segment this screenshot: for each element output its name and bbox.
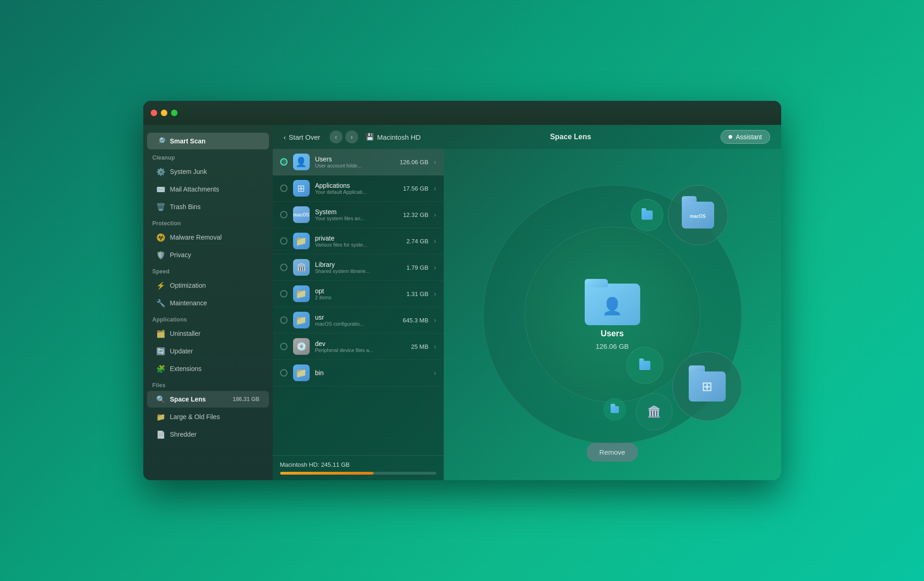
- file-name-opt: opt: [315, 287, 401, 295]
- file-row-library[interactable]: 🏛️ Library Shared system librarie... 1.7…: [273, 254, 444, 281]
- sidebar-item-label: Large & Old Files: [170, 413, 220, 420]
- extensions-icon: 🧩: [156, 364, 165, 373]
- file-size-applications: 17.56 GB: [403, 185, 428, 192]
- tiny-bubble-1[interactable]: [603, 398, 626, 421]
- small-folder-bubble-2[interactable]: [626, 347, 663, 384]
- sidebar-item-space-lens[interactable]: 🔍 Space Lens 186.31 GB: [147, 391, 269, 408]
- file-name-applications: Applications: [315, 182, 398, 189]
- sidebar-item-label: Uninstaller: [170, 330, 201, 337]
- maximize-button[interactable]: [171, 110, 177, 116]
- traffic-lights: [151, 110, 177, 116]
- file-size-private: 2.74 GB: [406, 238, 428, 245]
- section-label-files: Files: [143, 377, 273, 390]
- main-header: ‹ Start Over ‹ › 💾 Macintosh HD Space Le…: [273, 125, 781, 149]
- malware-icon: ☣️: [156, 233, 165, 242]
- small-folder-bubble-1[interactable]: [631, 199, 663, 231]
- file-row-dev[interactable]: 💿 dev Peripheral device files a... 25 MB…: [273, 334, 444, 360]
- file-row-users[interactable]: 👤 Users User account folde... 126.06 GB …: [273, 149, 444, 175]
- file-size-users: 126.06 GB: [400, 159, 428, 166]
- sidebar-item-trash-bins[interactable]: 🗑️ Trash Bins: [147, 198, 269, 215]
- back-nav-button[interactable]: ‹: [330, 130, 343, 143]
- section-label-applications: Applications: [143, 312, 273, 325]
- close-button[interactable]: [151, 110, 157, 116]
- sidebar-item-shredder[interactable]: 📄 Shredder: [147, 426, 269, 443]
- center-folder: 👤 Users 126.06 GB: [585, 279, 640, 350]
- space-lens-size: 186.31 GB: [233, 396, 259, 402]
- sidebar-item-extensions[interactable]: 🧩 Extensions: [147, 360, 269, 377]
- window-body: 🔎 Smart Scan Cleanup ⚙️ System Junk ✉️ M…: [143, 125, 781, 480]
- file-row-usr[interactable]: 📁 usr macOS configuratio... 645.3 MB ›: [273, 307, 444, 334]
- macos-bubble[interactable]: macOS: [668, 185, 728, 245]
- file-row-opt[interactable]: 📁 opt 2 items 1.31 GB ›: [273, 281, 444, 307]
- file-row-bin[interactable]: 📁 bin ›: [273, 360, 444, 386]
- forward-nav-button[interactable]: ›: [345, 130, 358, 143]
- start-over-label: Start Over: [289, 133, 320, 141]
- sidebar-item-maintenance[interactable]: 🔧 Maintenance: [147, 295, 269, 311]
- main-content: ‹ Start Over ‹ › 💾 Macintosh HD Space Le…: [273, 125, 781, 480]
- file-select-dev[interactable]: [280, 343, 288, 350]
- uninstaller-icon: 🗂️: [156, 329, 165, 338]
- file-list: 👤 Users User account folde... 126.06 GB …: [273, 149, 444, 455]
- file-info-system: System Your system files an...: [315, 208, 398, 221]
- chevron-icon-dev: ›: [434, 343, 436, 350]
- sidebar-item-system-junk[interactable]: ⚙️ System Junk: [147, 163, 269, 180]
- file-select-usr[interactable]: [280, 316, 288, 324]
- smart-scan-label: Smart Scan: [170, 137, 206, 145]
- sidebar-item-label: Optimization: [170, 282, 206, 289]
- disk-icon: 💾: [366, 133, 374, 141]
- hd-label: Macintosh HD:: [280, 461, 321, 468]
- file-select-library[interactable]: [280, 264, 288, 271]
- updater-icon: 🔄: [156, 346, 165, 356]
- folder-icon-usr: 📁: [293, 312, 310, 328]
- apps-bubble[interactable]: ⊞: [673, 352, 742, 421]
- folder-icon-system: macOS: [293, 206, 310, 223]
- center-folder-icon: 👤: [585, 279, 640, 325]
- file-select-system[interactable]: [280, 211, 288, 218]
- sidebar-item-label: Maintenance: [170, 299, 207, 307]
- file-select-private[interactable]: [280, 237, 288, 245]
- person-icon: 👤: [602, 297, 623, 316]
- file-select-applications[interactable]: [280, 185, 288, 192]
- sidebar-item-smart-scan[interactable]: 🔎 Smart Scan: [147, 133, 269, 149]
- file-select-users[interactable]: [280, 158, 288, 166]
- center-folder-size: 126.06 GB: [596, 342, 629, 350]
- chevron-icon-private: ›: [434, 237, 436, 245]
- sidebar-item-optimization[interactable]: ⚡ Optimization: [147, 277, 269, 294]
- file-size-dev: 25 MB: [411, 343, 428, 350]
- sidebar-item-mail-attachments[interactable]: ✉️ Mail Attachments: [147, 181, 269, 198]
- visualization-panel: 👤 Users 126.06 GB macOS: [444, 149, 781, 480]
- minimize-button[interactable]: [161, 110, 167, 116]
- sidebar-item-label: Malware Removal: [170, 234, 222, 241]
- file-select-bin[interactable]: [280, 369, 288, 377]
- progress-bar: [280, 472, 436, 475]
- file-list-footer: Macintosh HD: 245.11 GB: [273, 455, 444, 480]
- app-window: 🔎 Smart Scan Cleanup ⚙️ System Junk ✉️ M…: [143, 101, 781, 480]
- remove-button[interactable]: Remove: [587, 443, 638, 462]
- file-size-library: 1.79 GB: [406, 264, 428, 271]
- file-row-private[interactable]: 📁 private Various files for syste... 2.7…: [273, 228, 444, 254]
- file-size-usr: 645.3 MB: [403, 317, 428, 324]
- back-chevron-icon: ‹: [284, 133, 286, 141]
- file-desc-library: Shared system librarie...: [315, 268, 401, 274]
- sidebar-item-uninstaller[interactable]: 🗂️ Uninstaller: [147, 325, 269, 342]
- file-info-usr: usr macOS configuratio...: [315, 314, 398, 327]
- sidebar-item-large-old-files[interactable]: 📁 Large & Old Files: [147, 408, 269, 425]
- file-desc-usr: macOS configuratio...: [315, 321, 398, 327]
- library-bubble[interactable]: 🏛️: [636, 393, 673, 430]
- file-row-system[interactable]: macOS System Your system files an... 12.…: [273, 202, 444, 228]
- section-label-speed: Speed: [143, 264, 273, 277]
- sidebar-item-malware-removal[interactable]: ☣️ Malware Removal: [147, 229, 269, 246]
- file-row-applications[interactable]: ⊞ Applications Your default Applicati...…: [273, 175, 444, 202]
- sidebar-item-updater[interactable]: 🔄 Updater: [147, 343, 269, 359]
- assistant-button[interactable]: Assistant: [721, 130, 770, 144]
- file-name-dev: dev: [315, 340, 406, 347]
- folder-icon-applications: ⊞: [293, 180, 310, 197]
- file-select-opt[interactable]: [280, 290, 288, 297]
- assistant-dot-icon: [728, 135, 732, 139]
- mail-icon: ✉️: [156, 185, 165, 194]
- sidebar-item-privacy[interactable]: 🛡️ Privacy: [147, 247, 269, 263]
- chevron-icon-system: ›: [434, 211, 436, 218]
- small-folder-shape-2: [639, 361, 650, 370]
- start-over-button[interactable]: ‹ Start Over: [284, 133, 320, 141]
- breadcrumb-label: Macintosh HD: [377, 133, 421, 141]
